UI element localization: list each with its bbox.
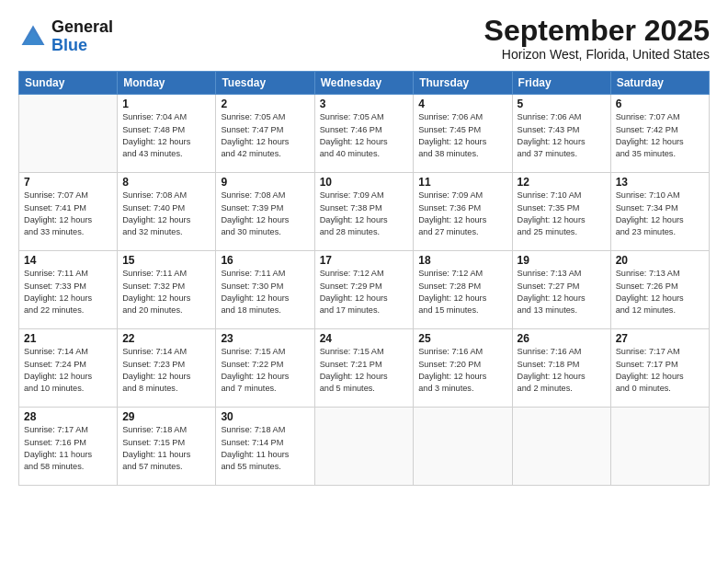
calendar-cell-w4-d3: 23Sunrise: 7:15 AMSunset: 7:22 PMDayligh…: [216, 329, 314, 408]
logo-line2: Blue: [51, 37, 113, 55]
day-number: 10: [320, 176, 409, 189]
day-number: 1: [122, 98, 210, 110]
day-info: Sunrise: 7:05 AMSunset: 7:46 PMDaylight:…: [320, 111, 409, 160]
day-info: Sunrise: 7:05 AMSunset: 7:47 PMDaylight:…: [221, 111, 309, 160]
day-info: Sunrise: 7:14 AMSunset: 7:23 PMDaylight:…: [122, 346, 210, 395]
logo: General Blue: [18, 18, 113, 55]
day-info: Sunrise: 7:11 AMSunset: 7:30 PMDaylight:…: [221, 268, 309, 316]
calendar-cell-w4-d2: 22Sunrise: 7:14 AMSunset: 7:23 PMDayligh…: [118, 329, 216, 408]
col-thursday: Thursday: [414, 72, 512, 95]
day-info: Sunrise: 7:16 AMSunset: 7:20 PMDaylight:…: [418, 346, 506, 395]
day-info: Sunrise: 7:17 AMSunset: 7:17 PMDaylight:…: [616, 346, 704, 395]
day-number: 19: [518, 254, 606, 267]
day-info: Sunrise: 7:06 AMSunset: 7:43 PMDaylight:…: [518, 111, 606, 160]
calendar-subtitle: Horizon West, Florida, United States: [484, 47, 710, 62]
day-number: 12: [518, 176, 606, 189]
calendar-cell-w3-d2: 15Sunrise: 7:11 AMSunset: 7:32 PMDayligh…: [118, 251, 216, 329]
col-monday: Monday: [118, 72, 216, 95]
week-row-2: 7Sunrise: 7:07 AMSunset: 7:41 PMDaylight…: [19, 173, 710, 251]
day-number: 23: [221, 332, 309, 345]
logo-icon: [18, 22, 48, 52]
calendar-cell-w4-d1: 21Sunrise: 7:14 AMSunset: 7:24 PMDayligh…: [19, 329, 118, 408]
calendar-cell-w4-d4: 24Sunrise: 7:15 AMSunset: 7:21 PMDayligh…: [314, 329, 414, 408]
day-info: Sunrise: 7:11 AMSunset: 7:33 PMDaylight:…: [24, 268, 112, 316]
calendar-cell-w5-d7: [610, 408, 709, 486]
calendar-cell-w3-d3: 16Sunrise: 7:11 AMSunset: 7:30 PMDayligh…: [216, 251, 314, 329]
day-info: Sunrise: 7:12 AMSunset: 7:29 PMDaylight:…: [320, 268, 409, 316]
day-number: 14: [24, 254, 112, 267]
calendar-cell-w4-d5: 25Sunrise: 7:16 AMSunset: 7:20 PMDayligh…: [414, 329, 512, 408]
day-number: 26: [518, 332, 606, 345]
day-info: Sunrise: 7:13 AMSunset: 7:26 PMDaylight:…: [616, 268, 704, 316]
day-info: Sunrise: 7:09 AMSunset: 7:36 PMDaylight:…: [418, 190, 506, 238]
calendar-cell-w3-d6: 19Sunrise: 7:13 AMSunset: 7:27 PMDayligh…: [512, 251, 610, 329]
header: General Blue September 2025 Horizon West…: [18, 15, 710, 62]
day-number: 21: [24, 332, 112, 345]
day-number: 30: [221, 410, 309, 423]
calendar-cell-w2-d7: 13Sunrise: 7:10 AMSunset: 7:34 PMDayligh…: [610, 173, 709, 251]
day-number: 13: [616, 176, 704, 189]
day-number: 5: [518, 98, 606, 110]
day-number: 29: [122, 410, 210, 423]
calendar-cell-w2-d4: 10Sunrise: 7:09 AMSunset: 7:38 PMDayligh…: [314, 173, 414, 251]
day-number: 22: [122, 332, 210, 345]
col-wednesday: Wednesday: [314, 72, 414, 95]
day-info: Sunrise: 7:07 AMSunset: 7:42 PMDaylight:…: [616, 111, 704, 160]
week-row-4: 21Sunrise: 7:14 AMSunset: 7:24 PMDayligh…: [19, 329, 710, 408]
day-info: Sunrise: 7:16 AMSunset: 7:18 PMDaylight:…: [518, 346, 606, 395]
logo-text: General Blue: [51, 18, 113, 55]
calendar-cell-w3-d5: 18Sunrise: 7:12 AMSunset: 7:28 PMDayligh…: [414, 251, 512, 329]
logo-line1: General: [51, 18, 113, 37]
day-info: Sunrise: 7:08 AMSunset: 7:39 PMDaylight:…: [221, 190, 309, 238]
day-number: 2: [221, 98, 309, 110]
calendar-cell-w3-d7: 20Sunrise: 7:13 AMSunset: 7:26 PMDayligh…: [610, 251, 709, 329]
day-info: Sunrise: 7:10 AMSunset: 7:35 PMDaylight:…: [518, 190, 606, 238]
day-number: 7: [24, 176, 112, 189]
calendar-cell-w5-d4: [314, 408, 414, 486]
day-info: Sunrise: 7:12 AMSunset: 7:28 PMDaylight:…: [418, 268, 506, 316]
calendar-table: Sunday Monday Tuesday Wednesday Thursday…: [18, 71, 710, 486]
calendar-cell-w5-d3: 30Sunrise: 7:18 AMSunset: 7:14 PMDayligh…: [216, 408, 314, 486]
day-number: 11: [418, 176, 506, 189]
col-friday: Friday: [512, 72, 610, 95]
calendar-cell-w3-d1: 14Sunrise: 7:11 AMSunset: 7:33 PMDayligh…: [19, 251, 118, 329]
calendar-cell-w4-d7: 27Sunrise: 7:17 AMSunset: 7:17 PMDayligh…: [610, 329, 709, 408]
day-info: Sunrise: 7:08 AMSunset: 7:40 PMDaylight:…: [122, 190, 210, 238]
calendar-cell-w2-d6: 12Sunrise: 7:10 AMSunset: 7:35 PMDayligh…: [512, 173, 610, 251]
day-info: Sunrise: 7:18 AMSunset: 7:15 PMDaylight:…: [122, 424, 210, 473]
day-info: Sunrise: 7:09 AMSunset: 7:38 PMDaylight:…: [320, 190, 409, 238]
day-info: Sunrise: 7:07 AMSunset: 7:41 PMDaylight:…: [24, 190, 112, 238]
calendar-cell-w2-d5: 11Sunrise: 7:09 AMSunset: 7:36 PMDayligh…: [414, 173, 512, 251]
page-container: General Blue September 2025 Horizon West…: [0, 0, 728, 495]
calendar-cell-w5-d5: [414, 408, 512, 486]
week-row-1: 1Sunrise: 7:04 AMSunset: 7:48 PMDaylight…: [19, 95, 710, 173]
col-sunday: Sunday: [19, 72, 118, 95]
calendar-header-row: Sunday Monday Tuesday Wednesday Thursday…: [19, 72, 710, 95]
week-row-3: 14Sunrise: 7:11 AMSunset: 7:33 PMDayligh…: [19, 251, 710, 329]
col-tuesday: Tuesday: [216, 72, 314, 95]
title-block: September 2025 Horizon West, Florida, Un…: [484, 15, 710, 62]
calendar-cell-w1-d3: 2Sunrise: 7:05 AMSunset: 7:47 PMDaylight…: [216, 95, 314, 173]
calendar-cell-w2-d3: 9Sunrise: 7:08 AMSunset: 7:39 PMDaylight…: [216, 173, 314, 251]
day-number: 28: [24, 410, 112, 423]
day-info: Sunrise: 7:13 AMSunset: 7:27 PMDaylight:…: [518, 268, 606, 316]
calendar-cell-w1-d4: 3Sunrise: 7:05 AMSunset: 7:46 PMDaylight…: [314, 95, 414, 173]
calendar-cell-w5-d6: [512, 408, 610, 486]
day-info: Sunrise: 7:14 AMSunset: 7:24 PMDaylight:…: [24, 346, 112, 395]
day-info: Sunrise: 7:18 AMSunset: 7:14 PMDaylight:…: [221, 424, 309, 473]
calendar-cell-w3-d4: 17Sunrise: 7:12 AMSunset: 7:29 PMDayligh…: [314, 251, 414, 329]
day-number: 8: [122, 176, 210, 189]
day-number: 24: [320, 332, 409, 345]
day-number: 3: [320, 98, 409, 110]
calendar-cell-w1-d7: 6Sunrise: 7:07 AMSunset: 7:42 PMDaylight…: [610, 95, 709, 173]
calendar-title: September 2025: [484, 15, 710, 47]
day-number: 27: [616, 332, 704, 345]
day-number: 25: [418, 332, 506, 345]
calendar-cell-w5-d1: 28Sunrise: 7:17 AMSunset: 7:16 PMDayligh…: [19, 408, 118, 486]
day-info: Sunrise: 7:15 AMSunset: 7:22 PMDaylight:…: [221, 346, 309, 395]
col-saturday: Saturday: [610, 72, 709, 95]
calendar-cell-w1-d2: 1Sunrise: 7:04 AMSunset: 7:48 PMDaylight…: [118, 95, 216, 173]
week-row-5: 28Sunrise: 7:17 AMSunset: 7:16 PMDayligh…: [19, 408, 710, 486]
calendar-cell-w1-d5: 4Sunrise: 7:06 AMSunset: 7:45 PMDaylight…: [414, 95, 512, 173]
calendar-cell-w2-d2: 8Sunrise: 7:08 AMSunset: 7:40 PMDaylight…: [118, 173, 216, 251]
